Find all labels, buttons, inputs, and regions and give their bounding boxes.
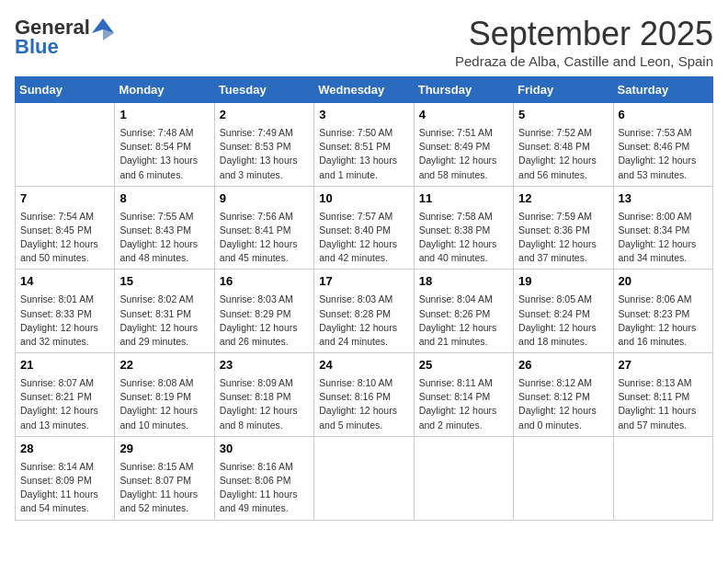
cell-content: Sunrise: 7:52 AM Sunset: 8:48 PM Dayligh… xyxy=(518,126,608,182)
table-row xyxy=(414,436,513,520)
cell-content: Sunrise: 8:10 AM Sunset: 8:16 PM Dayligh… xyxy=(319,376,408,432)
table-row: 25Sunrise: 8:11 AM Sunset: 8:14 PM Dayli… xyxy=(414,353,513,437)
day-number: 29 xyxy=(119,441,209,458)
table-row: 3Sunrise: 7:50 AM Sunset: 8:51 PM Daylig… xyxy=(314,103,414,187)
header: General Blue September 2025 Pedraza de A… xyxy=(15,15,713,69)
cell-content: Sunrise: 7:50 AM Sunset: 8:51 PM Dayligh… xyxy=(319,126,408,182)
cell-content: Sunrise: 7:56 AM Sunset: 8:41 PM Dayligh… xyxy=(220,210,309,266)
day-number: 8 xyxy=(119,190,209,208)
day-number: 10 xyxy=(319,190,408,208)
table-row: 8Sunrise: 7:55 AM Sunset: 8:43 PM Daylig… xyxy=(115,186,214,270)
day-number: 13 xyxy=(619,190,708,208)
table-row: 30Sunrise: 8:16 AM Sunset: 8:06 PM Dayli… xyxy=(214,436,313,520)
table-row: 27Sunrise: 8:13 AM Sunset: 8:11 PM Dayli… xyxy=(613,353,712,437)
cell-content: Sunrise: 8:09 AM Sunset: 8:18 PM Dayligh… xyxy=(220,376,309,432)
day-number: 14 xyxy=(20,273,109,291)
table-row: 9Sunrise: 7:56 AM Sunset: 8:41 PM Daylig… xyxy=(214,186,313,270)
table-row: 13Sunrise: 8:00 AM Sunset: 8:34 PM Dayli… xyxy=(613,186,712,270)
table-row xyxy=(16,103,115,187)
table-row: 21Sunrise: 8:07 AM Sunset: 8:21 PM Dayli… xyxy=(16,353,115,437)
day-number: 21 xyxy=(20,357,109,374)
cell-content: Sunrise: 7:57 AM Sunset: 8:40 PM Dayligh… xyxy=(319,210,408,266)
table-row: 2Sunrise: 7:49 AM Sunset: 8:53 PM Daylig… xyxy=(214,103,313,187)
day-number: 26 xyxy=(518,357,608,374)
table-row: 5Sunrise: 7:52 AM Sunset: 8:48 PM Daylig… xyxy=(514,103,613,187)
cell-content: Sunrise: 7:58 AM Sunset: 8:38 PM Dayligh… xyxy=(419,210,508,266)
col-friday: Friday xyxy=(514,77,613,103)
day-number: 7 xyxy=(20,190,109,208)
col-monday: Monday xyxy=(115,77,214,103)
table-row: 14Sunrise: 8:01 AM Sunset: 8:33 PM Dayli… xyxy=(16,270,115,353)
day-number: 20 xyxy=(619,273,708,291)
day-number: 19 xyxy=(518,273,608,291)
table-row: 26Sunrise: 8:12 AM Sunset: 8:12 PM Dayli… xyxy=(514,353,613,437)
cell-content: Sunrise: 8:12 AM Sunset: 8:12 PM Dayligh… xyxy=(518,376,608,432)
cell-content: Sunrise: 8:16 AM Sunset: 8:06 PM Dayligh… xyxy=(220,460,309,516)
calendar-week-row: 14Sunrise: 8:01 AM Sunset: 8:33 PM Dayli… xyxy=(16,270,713,353)
cell-content: Sunrise: 8:14 AM Sunset: 8:09 PM Dayligh… xyxy=(20,460,109,516)
table-row: 20Sunrise: 8:06 AM Sunset: 8:23 PM Dayli… xyxy=(613,270,712,353)
day-number: 25 xyxy=(419,357,508,374)
day-number: 23 xyxy=(220,357,309,374)
table-row: 24Sunrise: 8:10 AM Sunset: 8:16 PM Dayli… xyxy=(314,353,414,437)
cell-content: Sunrise: 8:04 AM Sunset: 8:26 PM Dayligh… xyxy=(419,293,508,349)
day-number: 9 xyxy=(220,190,309,208)
title-area: September 2025 Pedraza de Alba, Castille… xyxy=(455,15,713,69)
cell-content: Sunrise: 7:51 AM Sunset: 8:49 PM Dayligh… xyxy=(419,126,508,182)
location-subtitle: Pedraza de Alba, Castille and Leon, Spai… xyxy=(455,53,713,69)
day-number: 6 xyxy=(619,107,708,124)
day-number: 1 xyxy=(119,107,209,124)
day-number: 5 xyxy=(518,107,608,124)
day-number: 28 xyxy=(20,441,109,458)
table-row: 28Sunrise: 8:14 AM Sunset: 8:09 PM Dayli… xyxy=(16,436,115,520)
logo-icon xyxy=(90,15,116,40)
cell-content: Sunrise: 7:53 AM Sunset: 8:46 PM Dayligh… xyxy=(619,126,708,182)
table-row: 7Sunrise: 7:54 AM Sunset: 8:45 PM Daylig… xyxy=(16,186,115,270)
col-thursday: Thursday xyxy=(414,77,513,103)
cell-content: Sunrise: 7:54 AM Sunset: 8:45 PM Dayligh… xyxy=(20,210,109,266)
cell-content: Sunrise: 8:03 AM Sunset: 8:28 PM Dayligh… xyxy=(319,293,408,349)
cell-content: Sunrise: 8:11 AM Sunset: 8:14 PM Dayligh… xyxy=(419,376,508,432)
cell-content: Sunrise: 8:01 AM Sunset: 8:33 PM Dayligh… xyxy=(20,293,109,349)
day-number: 16 xyxy=(220,273,309,291)
cell-content: Sunrise: 8:15 AM Sunset: 8:07 PM Dayligh… xyxy=(119,460,209,516)
day-number: 30 xyxy=(220,441,309,458)
table-row xyxy=(613,436,712,520)
day-number: 22 xyxy=(119,357,209,374)
calendar-week-row: 1Sunrise: 7:48 AM Sunset: 8:54 PM Daylig… xyxy=(16,103,713,187)
col-sunday: Sunday xyxy=(16,77,115,103)
cell-content: Sunrise: 7:59 AM Sunset: 8:36 PM Dayligh… xyxy=(518,210,608,266)
table-row: 15Sunrise: 8:02 AM Sunset: 8:31 PM Dayli… xyxy=(115,270,214,353)
table-row xyxy=(514,436,613,520)
table-row: 4Sunrise: 7:51 AM Sunset: 8:49 PM Daylig… xyxy=(414,103,513,187)
day-number: 11 xyxy=(419,190,508,208)
logo-blue: Blue xyxy=(15,35,59,58)
col-tuesday: Tuesday xyxy=(214,77,313,103)
table-row: 10Sunrise: 7:57 AM Sunset: 8:40 PM Dayli… xyxy=(314,186,414,270)
cell-content: Sunrise: 8:00 AM Sunset: 8:34 PM Dayligh… xyxy=(619,210,708,266)
table-row xyxy=(314,436,414,520)
table-row: 1Sunrise: 7:48 AM Sunset: 8:54 PM Daylig… xyxy=(115,103,214,187)
calendar-table: Sunday Monday Tuesday Wednesday Thursday… xyxy=(15,76,713,521)
table-row: 12Sunrise: 7:59 AM Sunset: 8:36 PM Dayli… xyxy=(514,186,613,270)
table-row: 17Sunrise: 8:03 AM Sunset: 8:28 PM Dayli… xyxy=(314,270,414,353)
table-row: 16Sunrise: 8:03 AM Sunset: 8:29 PM Dayli… xyxy=(214,270,313,353)
day-number: 12 xyxy=(518,190,608,208)
calendar-week-row: 7Sunrise: 7:54 AM Sunset: 8:45 PM Daylig… xyxy=(16,186,713,270)
cell-content: Sunrise: 8:13 AM Sunset: 8:11 PM Dayligh… xyxy=(619,376,708,432)
calendar-week-row: 28Sunrise: 8:14 AM Sunset: 8:09 PM Dayli… xyxy=(16,436,713,520)
day-number: 4 xyxy=(419,107,508,124)
table-row: 19Sunrise: 8:05 AM Sunset: 8:24 PM Dayli… xyxy=(514,270,613,353)
table-row: 22Sunrise: 8:08 AM Sunset: 8:19 PM Dayli… xyxy=(115,353,214,437)
table-row: 18Sunrise: 8:04 AM Sunset: 8:26 PM Dayli… xyxy=(414,270,513,353)
cell-content: Sunrise: 8:06 AM Sunset: 8:23 PM Dayligh… xyxy=(619,293,708,349)
cell-content: Sunrise: 7:49 AM Sunset: 8:53 PM Dayligh… xyxy=(220,126,309,182)
calendar-header-row: Sunday Monday Tuesday Wednesday Thursday… xyxy=(16,77,713,103)
month-title: September 2025 xyxy=(455,15,713,53)
table-row: 23Sunrise: 8:09 AM Sunset: 8:18 PM Dayli… xyxy=(214,353,313,437)
day-number: 24 xyxy=(319,357,408,374)
day-number: 15 xyxy=(119,273,209,291)
table-row: 6Sunrise: 7:53 AM Sunset: 8:46 PM Daylig… xyxy=(613,103,712,187)
cell-content: Sunrise: 8:02 AM Sunset: 8:31 PM Dayligh… xyxy=(119,293,209,349)
day-number: 18 xyxy=(419,273,508,291)
